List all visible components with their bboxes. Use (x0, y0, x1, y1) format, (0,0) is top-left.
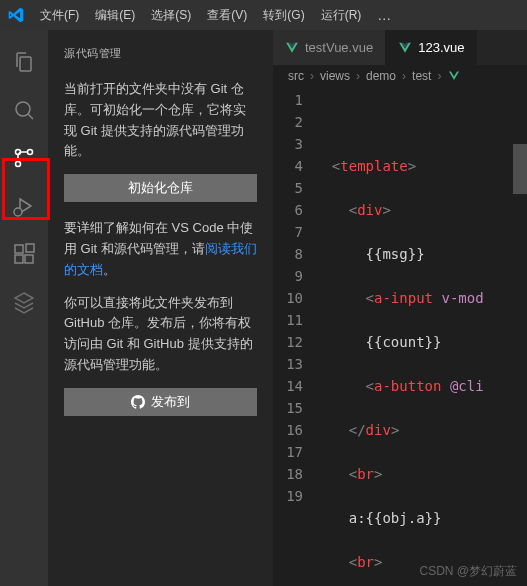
highlight-annotation (2, 158, 50, 220)
svg-rect-7 (25, 255, 33, 263)
scm-message-3: 你可以直接将此文件夹发布到 GitHub 仓库。发布后，你将有权访问由 Git … (64, 293, 257, 376)
scrollbar-vertical[interactable] (513, 144, 527, 194)
watermark: CSDN @梦幻蔚蓝 (419, 563, 517, 580)
tab-testvue[interactable]: testVue.vue (273, 30, 386, 65)
menu-edit[interactable]: 编辑(E) (87, 0, 143, 30)
publish-github-button[interactable]: 发布到 (64, 388, 257, 416)
explorer-icon[interactable] (0, 38, 48, 86)
menu-file[interactable]: 文件(F) (32, 0, 87, 30)
menu-goto[interactable]: 转到(G) (255, 0, 312, 30)
svg-rect-8 (26, 244, 34, 252)
svg-point-0 (16, 102, 30, 116)
editor-tabs: testVue.vue 123.vue (273, 30, 527, 65)
vue-icon (448, 70, 460, 82)
github-icon (131, 395, 145, 409)
menu-select[interactable]: 选择(S) (143, 0, 199, 30)
activity-bar (0, 30, 48, 586)
svg-rect-5 (15, 245, 23, 253)
svg-point-1 (28, 150, 33, 155)
scm-message-1: 当前打开的文件夹中没有 Git 仓库。可初始化一个仓库，它将实现 Git 提供支… (64, 79, 257, 162)
menu-more[interactable]: … (369, 0, 399, 30)
init-repo-button[interactable]: 初始化仓库 (64, 174, 257, 202)
remote-icon[interactable] (0, 278, 48, 326)
vue-icon (285, 41, 299, 55)
code-content[interactable]: <template> <div> {{msg}} <a-input v-mod … (315, 87, 527, 586)
scm-message-2: 要详细了解如何在 VS Code 中使用 Git 和源代码管理，请阅读我们的文档… (64, 218, 257, 280)
breadcrumb[interactable]: src› views› demo› test› (273, 65, 527, 87)
sidebar-scm: 源代码管理 当前打开的文件夹中没有 Git 仓库。可初始化一个仓库，它将实现 G… (48, 30, 273, 586)
code-editor[interactable]: 12345678910111213141516171819 <template>… (273, 87, 527, 586)
vscode-icon (8, 7, 24, 23)
sidebar-title: 源代码管理 (48, 38, 273, 69)
line-gutter: 12345678910111213141516171819 (273, 87, 315, 586)
svg-rect-6 (15, 255, 23, 263)
editor-area: testVue.vue 123.vue src› views› demo› te… (273, 30, 527, 586)
search-icon[interactable] (0, 86, 48, 134)
tab-123vue[interactable]: 123.vue (386, 30, 477, 65)
menu-view[interactable]: 查看(V) (199, 0, 255, 30)
menu-bar: 文件(F) 编辑(E) 选择(S) 查看(V) 转到(G) 运行(R) … (32, 0, 399, 30)
extensions-icon[interactable] (0, 230, 48, 278)
menu-run[interactable]: 运行(R) (313, 0, 370, 30)
vue-icon (398, 41, 412, 55)
